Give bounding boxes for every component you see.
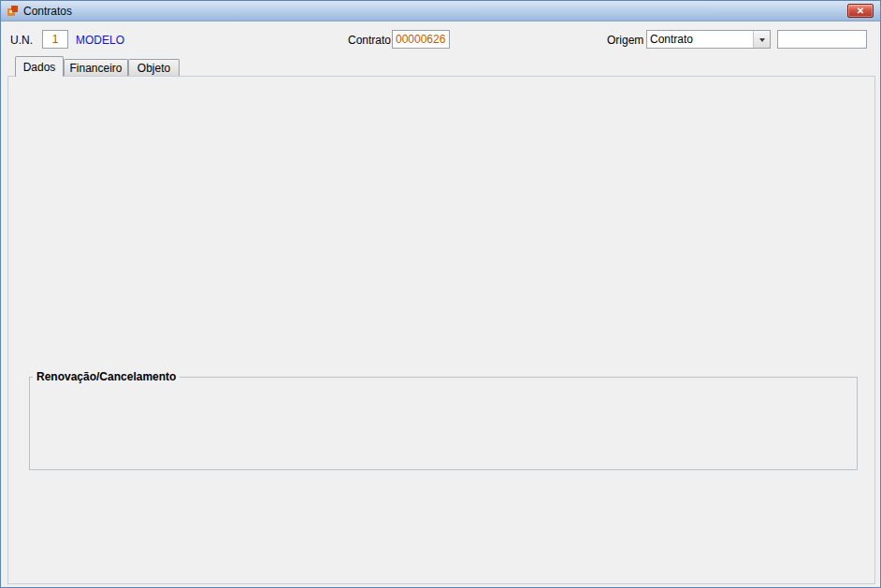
tab-content-pane — [7, 76, 875, 584]
un-input[interactable] — [42, 30, 68, 49]
close-button[interactable]: ✕ — [847, 4, 874, 18]
un-label: U.N. — [10, 34, 33, 47]
origem-select[interactable]: Contrato — [646, 30, 771, 49]
tab-dados[interactable]: Dados — [15, 56, 64, 77]
titlebar[interactable]: Contratos — [1, 1, 880, 22]
contratos-window: Contratos ✕ U.N. MODELO Contrato Origem … — [0, 0, 881, 588]
app-icon — [7, 5, 19, 17]
contrato-label: Contrato — [348, 34, 391, 47]
origem-code-input[interactable] — [777, 30, 867, 49]
window-title: Contratos — [23, 5, 72, 18]
un-name-text: MODELO — [76, 34, 124, 47]
origem-label: Origem — [607, 34, 643, 47]
chevron-down-icon[interactable] — [753, 31, 770, 48]
tab-financeiro[interactable]: Financeiro — [64, 59, 128, 76]
tab-objeto[interactable]: Objeto — [128, 59, 180, 76]
contrato-input[interactable] — [392, 30, 450, 49]
origem-selected-value: Contrato — [647, 31, 753, 48]
renovacao-groupbox — [29, 377, 858, 470]
renovacao-group-title: Renovação/Cancelamento — [33, 370, 180, 383]
